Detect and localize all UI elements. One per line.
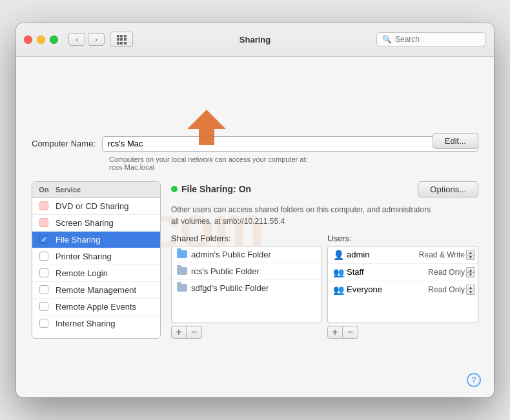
file-checkbox[interactable] [39,235,48,244]
edit-button[interactable]: Edit... [433,133,478,149]
sidebar-item-file[interactable]: File Sharing [32,232,160,248]
list-item[interactable]: admin's Public Folder [172,246,321,263]
remove-user-button[interactable]: − [343,326,358,339]
dvd-label: DVD or CD Sharing [56,201,160,211]
user-name: Everyone [347,285,382,294]
sidebar-item-dvd[interactable]: DVD or CD Sharing [32,198,160,215]
computer-name-row: Computer Name: [32,136,478,152]
content-area: rish.com Computer Name: Computers on you… [16,57,494,397]
stepper-down[interactable]: ▼ [466,290,475,295]
folders-users-area: Shared Folders: admin's Public Folder rc… [171,234,478,339]
sidebar-service-header: Service [56,185,160,195]
screen-label: Screen Sharing [56,218,160,228]
permission-stepper[interactable]: ▲ ▼ [466,267,475,277]
permission-stepper[interactable]: ▲ ▼ [466,250,475,260]
permission-label: Read Only [428,285,465,294]
sidebar-item-printer[interactable]: Printer Sharing [32,248,160,265]
folder-icon [177,250,187,258]
user-left: 👥 Everyone [328,281,428,298]
search-input[interactable] [395,35,480,44]
computer-name-label: Computer Name: [32,139,96,148]
stepper-up[interactable]: ▲ [466,267,475,272]
folder-name: rcs's Public Folder [191,266,260,276]
user-permission: Read & Write ▲ ▼ [419,250,478,260]
user-permission: Read Only ▲ ▼ [428,267,478,277]
internet-checkbox[interactable] [39,319,48,328]
shared-folders-list: admin's Public Folder rcs's Public Folde… [171,246,322,323]
remote-login-label: Remote Login [56,268,160,278]
user-icon: 👤 [333,250,343,260]
sidebar-item-internet[interactable]: Internet Sharing [32,315,160,332]
list-item[interactable]: rcs's Public Folder [172,263,321,280]
close-button[interactable] [24,35,32,44]
user-item[interactable]: 👥 Staff Read Only ▲ ▼ [328,264,478,281]
add-folder-button[interactable]: + [171,326,187,339]
help-button[interactable]: ? [467,373,481,387]
computer-name-input[interactable] [102,136,478,152]
file-label: File Sharing [56,235,160,245]
stepper-up[interactable]: ▲ [466,250,475,255]
main-area: On Service DVD or CD Sharing Screen Shar… [32,181,478,339]
user-left: 👥 Staff [328,264,428,281]
grid-icon [117,35,127,45]
shared-folders-section: Shared Folders: admin's Public Folder rc… [171,234,322,339]
back-button[interactable]: ‹ [68,33,85,46]
nav-buttons: ‹ › [68,33,105,46]
minimize-button[interactable] [37,35,45,44]
user-left: 👤 admin [328,246,419,263]
options-button[interactable]: Options... [418,181,478,197]
user-name: admin [347,250,369,259]
folder-controls: + − [171,326,322,339]
sidebar-item-screen[interactable]: Screen Sharing [32,215,160,232]
user-controls: + − [327,326,478,339]
system-preferences-window: ‹ › Sharing 🔍 rish.com Computer Name: [16,23,494,397]
maximize-button[interactable] [50,35,58,44]
services-sidebar: On Service DVD or CD Sharing Screen Shar… [32,181,161,339]
permission-stepper[interactable]: ▲ ▼ [466,285,475,295]
permission-label: Read Only [428,268,465,277]
list-item[interactable]: sdfgd's Public Folder [172,280,321,296]
shared-folders-label: Shared Folders: [171,234,322,243]
screen-checkbox[interactable] [39,218,48,227]
grid-view-button[interactable] [110,32,133,47]
sidebar-item-remote-login[interactable]: Remote Login [32,265,160,282]
remote-mgmt-label: Remote Management [56,285,160,295]
user-item[interactable]: 👥 Everyone Read Only ▲ ▼ [328,281,478,298]
remove-folder-button[interactable]: − [187,326,202,339]
sidebar-on-header: On [32,185,56,195]
printer-checkbox[interactable] [39,252,48,261]
forward-button[interactable]: › [88,33,105,46]
sidebar-header: On Service [32,182,160,198]
user-item[interactable]: 👤 admin Read & Write ▲ ▼ [328,246,478,264]
printer-label: Printer Sharing [56,252,160,261]
internet-label: Internet Sharing [56,319,160,328]
remote-login-checkbox[interactable] [39,268,48,277]
dvd-checkbox[interactable] [39,201,48,210]
sidebar-item-remote-mgmt[interactable]: Remote Management [32,282,160,299]
sidebar-item-remote-apple[interactable]: Remote Apple Events [32,299,160,315]
folder-icon [177,284,187,292]
computer-name-sub: Computers on your local network can acce… [109,155,478,171]
remote-mgmt-checkbox[interactable] [39,285,48,294]
stepper-down[interactable]: ▼ [466,272,475,277]
window-title: Sharing [240,35,270,45]
add-user-button[interactable]: + [327,326,343,339]
remote-apple-label: Remote Apple Events [56,302,160,312]
status-left: File Sharing: On [171,184,251,194]
stepper-up[interactable]: ▲ [466,285,475,290]
group-icon: 👥 [333,285,343,295]
user-name: Staff [347,267,364,277]
users-list: 👤 admin Read & Write ▲ ▼ [327,246,478,323]
folder-icon [177,267,187,275]
folder-name: admin's Public Folder [191,250,271,259]
stepper-down[interactable]: ▼ [466,255,475,260]
users-section: Users: 👤 admin Read & Write [327,234,478,339]
status-bar: File Sharing: On Options... [171,181,478,197]
group-icon: 👥 [333,267,343,277]
titlebar: ‹ › Sharing 🔍 [16,23,494,57]
right-panel: File Sharing: On Options... Other users … [171,181,478,339]
remote-apple-checkbox[interactable] [39,302,48,311]
edit-button-container: Edit... [433,133,478,149]
status-dot [171,186,178,192]
search-box[interactable]: 🔍 [376,32,486,46]
